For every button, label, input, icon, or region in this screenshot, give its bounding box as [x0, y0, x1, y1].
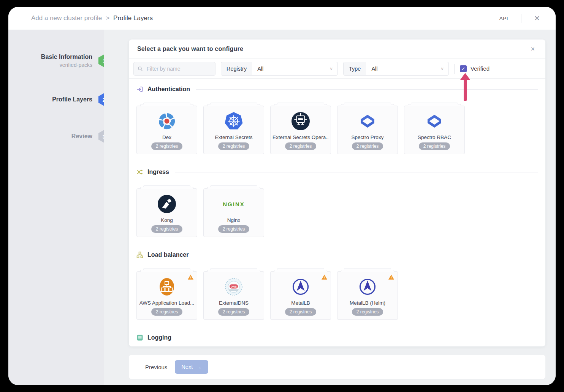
registries-badge: 2 registries	[285, 142, 317, 150]
registries-badge: 2 registries	[352, 142, 383, 150]
pack-card-nginx[interactable]: NGINX Nginx 2 registries	[203, 188, 264, 237]
spectro-logo	[425, 111, 444, 131]
breadcrumb-parent[interactable]: Add a new cluster profile	[31, 14, 102, 22]
wizard-footer: Previous Next →	[129, 355, 545, 379]
metallb-logo	[291, 277, 311, 297]
chevron-down-icon: ∨	[440, 66, 448, 71]
pack-name: MetalLB	[291, 300, 310, 306]
registries-badge: 2 registries	[151, 308, 183, 316]
next-button-label: Next	[181, 364, 193, 370]
select-pack-panel: Select a pack you want to configure × Re…	[129, 40, 545, 346]
sign-in-icon	[136, 86, 143, 93]
warning-icon: !	[322, 275, 327, 280]
pack-card-kong[interactable]: Kong 2 registries	[136, 188, 197, 237]
pack-name: Dex	[162, 134, 171, 140]
step-sublabel: verified-packs	[41, 62, 92, 68]
app-window: Add a new cluster profile > Profile Laye…	[8, 7, 556, 385]
close-wizard-icon[interactable]: ×	[532, 13, 542, 23]
spectro-logo	[358, 111, 377, 131]
type-value: All	[366, 66, 383, 72]
kong-logo	[157, 194, 177, 214]
pack-card-metallb[interactable]: ! MetalLB 2 registries	[270, 271, 331, 320]
check-icon: ✓	[461, 66, 465, 71]
chevron-down-icon: ∨	[330, 66, 337, 71]
pack-card-aws-alb[interactable]: !	[136, 271, 197, 320]
warning-icon: !	[388, 275, 394, 280]
arrow-right-icon: →	[196, 364, 202, 370]
pack-card-externaldns[interactable]: DNS ExternalDNS 2 registries	[203, 271, 264, 320]
section-divider	[177, 338, 538, 338]
breadcrumb-current: Profile Layers	[113, 14, 153, 22]
pack-card-external-secrets[interactable]: External Secrets 2 registries	[203, 106, 264, 154]
section-title: Ingress	[147, 169, 169, 175]
section-title: Authentication	[147, 86, 190, 93]
previous-button[interactable]: Previous	[143, 364, 170, 371]
section-title: Logging	[147, 334, 171, 341]
pack-name: Spectro Proxy	[352, 134, 384, 140]
pack-name: AWS Application Load...	[139, 300, 194, 306]
panel-title: Select a pack you want to configure	[137, 46, 243, 52]
registries-badge: 2 registries	[285, 308, 317, 316]
section-title: Load balancer	[147, 251, 189, 258]
registries-badge: 2 registries	[352, 308, 383, 316]
registry-value: All	[252, 66, 269, 72]
registry-label: Registry	[221, 62, 252, 75]
search-icon	[138, 66, 143, 72]
pack-name: MetalLB (Helm)	[350, 300, 385, 306]
dex-logo	[157, 111, 177, 131]
top-bar: Add a new cluster profile > Profile Laye…	[8, 7, 556, 30]
section-ingress: Ingress	[136, 168, 538, 237]
section-authentication: Authentication	[136, 85, 538, 154]
search-box[interactable]	[133, 62, 215, 76]
next-button[interactable]: Next →	[175, 360, 208, 374]
registries-badge: 2 registries	[419, 142, 450, 150]
filter-bar: Registry All ∨ Type All ∨ ✓ Verified	[129, 59, 545, 79]
shuffle-icon	[136, 169, 143, 175]
search-input[interactable]	[146, 65, 211, 72]
warning-icon: !	[188, 275, 193, 280]
step-label: Basic Information	[41, 54, 92, 60]
registries-badge: 2 registries	[218, 225, 250, 233]
api-button[interactable]: API	[497, 15, 510, 22]
registries-badge: 2 registries	[218, 142, 250, 150]
type-label: Type	[344, 62, 366, 75]
kubernetes-logo	[224, 111, 244, 131]
pack-card-dex[interactable]: Dex 2 registries	[136, 106, 197, 154]
step-basic-information[interactable]: Basic Information verified-packs 1	[41, 54, 110, 68]
section-divider	[195, 255, 538, 255]
svg-text:DNS: DNS	[231, 285, 237, 288]
external-dns-logo: DNS	[224, 277, 244, 297]
verified-checkbox[interactable]: ✓	[460, 65, 467, 72]
section-divider	[175, 172, 538, 172]
pack-name: ExternalDNS	[219, 300, 249, 306]
registries-badge: 2 registries	[151, 142, 183, 150]
pack-name: Nginx	[227, 217, 241, 223]
section-load-balancer: Load balancer !	[136, 251, 538, 320]
panel-close-icon[interactable]: ×	[528, 45, 537, 53]
list-icon	[136, 334, 143, 341]
pack-card-external-secrets-operator[interactable]: External Secrets Opera... 2 registries	[270, 106, 331, 154]
step-profile-layers[interactable]: Profile Layers 2	[52, 93, 110, 106]
registry-select[interactable]: Registry All ∨	[221, 62, 338, 76]
pack-card-spectro-proxy[interactable]: Spectro Proxy 2 registries	[337, 106, 398, 154]
sitemap-icon	[136, 251, 143, 258]
nginx-logo: NGINX	[223, 201, 245, 207]
pack-name: Spectro RBAC	[418, 134, 451, 140]
verified-filter[interactable]: ✓ Verified	[460, 65, 490, 72]
pack-card-metallb-helm[interactable]: ! MetalLB (Helm) 2 registries	[337, 271, 398, 320]
step-label: Profile Layers	[52, 96, 92, 103]
section-logging: Logging	[136, 334, 538, 342]
filter-divider	[454, 64, 455, 74]
pack-name: External Secrets	[215, 134, 252, 140]
pack-card-spectro-rbac[interactable]: Spectro RBAC 2 registries	[404, 106, 465, 154]
section-divider	[196, 89, 538, 90]
pack-name: External Secrets Opera...	[272, 134, 329, 140]
breadcrumb: Add a new cluster profile > Profile Laye…	[31, 14, 153, 22]
verified-label: Verified	[471, 65, 490, 72]
registries-badge: 2 registries	[151, 225, 183, 233]
breadcrumb-separator-icon: >	[106, 14, 109, 22]
pack-name: Kong	[161, 217, 173, 223]
registries-badge: 2 registries	[218, 308, 250, 316]
aws-alb-logo	[157, 277, 177, 297]
type-select[interactable]: Type All ∨	[343, 62, 449, 76]
